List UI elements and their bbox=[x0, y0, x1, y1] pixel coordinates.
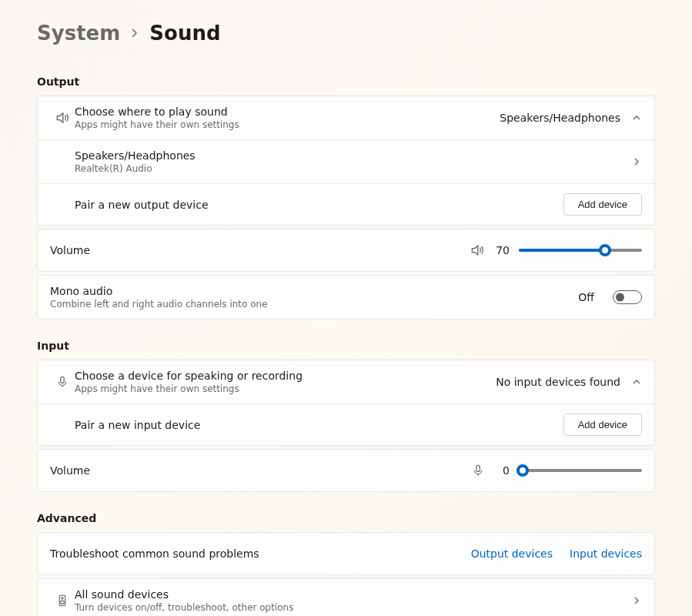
output-choose-row[interactable]: Choose where to play sound Apps might ha… bbox=[38, 96, 654, 139]
svg-point-3 bbox=[62, 598, 63, 599]
all-devices-title: All sound devices bbox=[75, 588, 631, 601]
all-devices-subtitle: Turn devices on/off, troubleshoot, other… bbox=[75, 602, 631, 613]
input-volume-value: 0 bbox=[494, 464, 510, 477]
chevron-right-icon bbox=[131, 28, 139, 38]
input-choose-subtitle: Apps might have their own settings bbox=[75, 383, 496, 394]
input-volume-card: Volume 0 bbox=[37, 449, 655, 492]
mono-audio-subtitle: Combine left and right audio channels in… bbox=[50, 299, 578, 310]
svg-rect-1 bbox=[476, 465, 480, 471]
add-output-device-button[interactable]: Add device bbox=[563, 193, 642, 216]
section-label-output: Output bbox=[37, 75, 655, 88]
input-volume-slider[interactable] bbox=[519, 469, 642, 472]
breadcrumb: System Sound bbox=[37, 22, 655, 45]
troubleshoot-input-link[interactable]: Input devices bbox=[570, 547, 642, 560]
output-choose-title: Choose where to play sound bbox=[75, 105, 500, 118]
troubleshoot-label: Troubleshoot common sound problems bbox=[50, 547, 471, 560]
chevron-up-icon[interactable] bbox=[631, 112, 642, 123]
svg-point-4 bbox=[61, 601, 65, 604]
mono-audio-card: Mono audio Combine left and right audio … bbox=[37, 275, 655, 320]
input-volume-label: Volume bbox=[50, 464, 346, 477]
output-pair-row: Pair a new output device Add device bbox=[38, 183, 654, 225]
output-pair-label: Pair a new output device bbox=[75, 199, 563, 211]
breadcrumb-current: Sound bbox=[149, 22, 220, 45]
microphone-icon bbox=[50, 375, 75, 389]
input-pair-label: Pair a new input device bbox=[75, 419, 563, 431]
output-volume-slider[interactable] bbox=[519, 249, 642, 252]
mono-audio-state: Off bbox=[578, 291, 594, 303]
output-selected-device: Speakers/Headphones bbox=[500, 112, 620, 124]
chevron-right-icon[interactable] bbox=[631, 595, 642, 606]
input-choose-title: Choose a device for speaking or recordin… bbox=[75, 370, 496, 382]
output-choose-subtitle: Apps might have their own settings bbox=[75, 119, 500, 130]
troubleshoot-card: Troubleshoot common sound problems Outpu… bbox=[37, 532, 655, 575]
output-device-name: Speakers/Headphones bbox=[75, 149, 631, 162]
output-device-driver: Realtek(R) Audio bbox=[75, 163, 631, 174]
troubleshoot-output-link[interactable]: Output devices bbox=[471, 547, 553, 560]
input-selected-device: No input devices found bbox=[496, 376, 620, 388]
all-devices-card[interactable]: All sound devices Turn devices on/off, t… bbox=[37, 578, 655, 616]
mono-audio-toggle[interactable] bbox=[613, 290, 642, 304]
input-pair-row: Pair a new input device Add device bbox=[38, 403, 654, 445]
chevron-right-icon[interactable] bbox=[631, 156, 642, 167]
microphone-icon[interactable] bbox=[471, 464, 485, 477]
breadcrumb-parent[interactable]: System bbox=[37, 22, 120, 45]
mono-audio-title: Mono audio bbox=[50, 285, 578, 297]
devices-icon bbox=[50, 594, 75, 608]
output-volume-value: 70 bbox=[494, 244, 510, 256]
input-choose-row[interactable]: Choose a device for speaking or recordin… bbox=[38, 360, 654, 403]
add-input-device-button[interactable]: Add device bbox=[563, 413, 642, 436]
speaker-icon[interactable] bbox=[470, 243, 485, 258]
output-volume-card: Volume 70 bbox=[37, 229, 655, 272]
output-volume-label: Volume bbox=[50, 244, 346, 256]
speaker-icon bbox=[50, 110, 75, 126]
chevron-up-icon[interactable] bbox=[631, 377, 642, 387]
section-label-input: Input bbox=[37, 340, 655, 352]
section-label-advanced: Advanced bbox=[37, 512, 655, 524]
output-choose-card: Choose where to play sound Apps might ha… bbox=[37, 95, 655, 226]
svg-rect-0 bbox=[61, 377, 65, 383]
output-device-row[interactable]: Speakers/Headphones Realtek(R) Audio bbox=[38, 139, 654, 183]
input-choose-card: Choose a device for speaking or recordin… bbox=[37, 360, 655, 446]
